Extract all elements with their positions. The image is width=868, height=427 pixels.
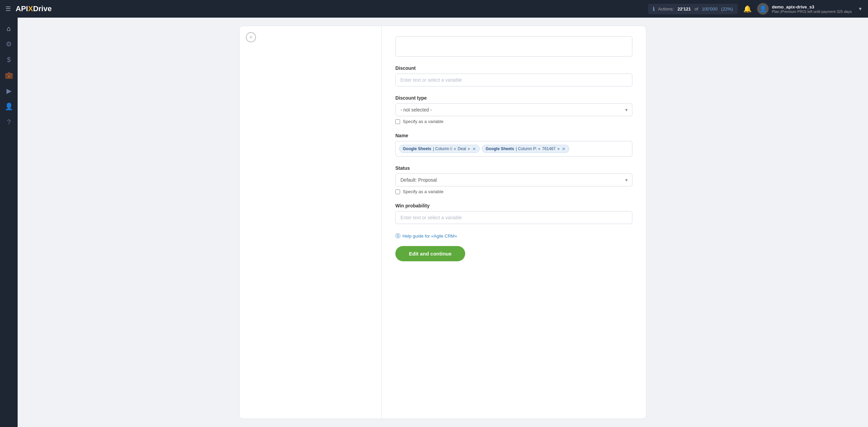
name-tag-2-remove-icon[interactable]: ✕ xyxy=(562,147,566,151)
name-tag-1-prefix: Google Sheets xyxy=(403,146,431,151)
discount-input[interactable] xyxy=(395,74,632,86)
status-select-wrapper: Default: Proposal Open Won Lost ▾ xyxy=(395,174,632,186)
status-select[interactable]: Default: Proposal Open Won Lost xyxy=(395,174,632,186)
add-button[interactable]: + xyxy=(246,32,256,42)
logo-drive: Drive xyxy=(33,4,52,13)
main-content: + Discount Discount type - not selected … xyxy=(18,18,868,427)
help-link[interactable]: ⓪ Help guide for «Agile CRM» xyxy=(395,233,632,239)
sidebar-item-help[interactable]: ? xyxy=(2,115,16,129)
left-panel: + xyxy=(239,26,382,419)
actions-pct: (22%) xyxy=(721,6,733,12)
name-tag-2-sep: | Column P: « xyxy=(516,146,540,151)
specify-variable-label-2: Specify as a variable xyxy=(403,189,443,194)
actions-badge: ℹ Actions: 22'121 of 100'000 (22%) xyxy=(648,4,737,14)
sidebar-item-integrations[interactable]: ⚙ xyxy=(2,37,16,51)
sidebar-item-billing[interactable]: $ xyxy=(2,53,16,66)
actions-total: 100'000 xyxy=(702,6,717,12)
specify-variable-checkbox-2[interactable] xyxy=(395,189,400,194)
sidebar-item-video[interactable]: ▶ xyxy=(2,84,16,98)
name-tag-2-value: 761467 xyxy=(542,146,556,151)
status-label: Status xyxy=(395,165,632,171)
name-tag-1: Google Sheets | Column I: « Deal » ✕ xyxy=(399,145,480,153)
logo: APIXDrive xyxy=(16,4,52,13)
win-probability-input[interactable] xyxy=(395,211,632,224)
specify-variable-label-1: Specify as a variable xyxy=(403,119,443,124)
discount-label: Discount xyxy=(395,65,632,71)
name-tags-input[interactable]: Google Sheets | Column I: « Deal » ✕ Goo… xyxy=(395,141,632,157)
edit-continue-button[interactable]: Edit and continue xyxy=(395,246,465,261)
name-tag-2-prefix: Google Sheets xyxy=(486,146,514,151)
user-info: demo_apix-drive_s3 Plan |Premium PRO| le… xyxy=(772,4,852,14)
sidebar-item-account[interactable]: 👤 xyxy=(2,100,16,113)
specify-variable-row-2: Specify as a variable xyxy=(395,189,632,194)
sidebar-item-briefcase[interactable]: 💼 xyxy=(2,68,16,82)
content-area: + Discount Discount type - not selected … xyxy=(239,26,646,419)
name-tag-2-close: » xyxy=(557,146,560,151)
logo-api: API xyxy=(16,4,28,13)
discount-type-select[interactable]: - not selected - Percentage Fixed amount xyxy=(395,103,632,116)
specify-variable-checkbox-1[interactable] xyxy=(395,119,400,124)
name-tag-1-sep: | Column I: « xyxy=(433,146,456,151)
status-section: Status Default: Proposal Open Won Lost ▾… xyxy=(395,165,632,194)
name-tag-2: Google Sheets | Column P: « 761467 » ✕ xyxy=(482,145,569,153)
name-tag-1-value: Deal xyxy=(458,146,466,151)
top-input-wrapper xyxy=(395,36,632,57)
chevron-down-icon: ▼ xyxy=(858,6,863,12)
discount-section: Discount xyxy=(395,65,632,86)
sidebar: ⌂ ⚙ $ 💼 ▶ 👤 ? xyxy=(0,18,18,427)
help-text: Help guide for «Agile CRM» xyxy=(402,233,457,239)
win-probability-label: Win probability xyxy=(395,203,632,208)
avatar: 👤 xyxy=(757,3,769,15)
sidebar-item-home[interactable]: ⌂ xyxy=(2,22,16,35)
name-section: Name Google Sheets | Column I: « Deal » … xyxy=(395,133,632,157)
right-panel: Discount Discount type - not selected - … xyxy=(382,26,646,419)
plan-info: Plan |Premium PRO| left until payment 32… xyxy=(772,9,852,14)
bell-icon[interactable]: 🔔 xyxy=(743,5,752,13)
logo-x: X xyxy=(28,4,33,13)
name-tag-1-close: » xyxy=(468,146,470,151)
discount-type-select-wrapper: - not selected - Percentage Fixed amount… xyxy=(395,103,632,116)
info-icon: ℹ xyxy=(653,6,655,12)
discount-type-label: Discount type xyxy=(395,95,632,101)
discount-type-section: Discount type - not selected - Percentag… xyxy=(395,95,632,124)
top-navigation: ☰ APIXDrive ℹ Actions: 22'121 of 100'000… xyxy=(0,0,868,18)
user-menu[interactable]: 👤 demo_apix-drive_s3 Plan |Premium PRO| … xyxy=(757,3,863,15)
actions-of: of xyxy=(694,6,698,12)
specify-variable-row-1: Specify as a variable xyxy=(395,119,632,124)
actions-label: Actions: xyxy=(658,6,674,12)
username: demo_apix-drive_s3 xyxy=(772,4,852,9)
actions-count: 22'121 xyxy=(677,6,691,12)
help-circle-icon: ⓪ xyxy=(395,233,400,239)
hamburger-icon[interactable]: ☰ xyxy=(5,5,11,13)
name-tag-1-remove-icon[interactable]: ✕ xyxy=(472,147,476,151)
actions-text: Actions: 22'121 of 100'000 (22%) xyxy=(658,6,733,12)
win-probability-section: Win probability xyxy=(395,203,632,224)
name-label: Name xyxy=(395,133,632,138)
